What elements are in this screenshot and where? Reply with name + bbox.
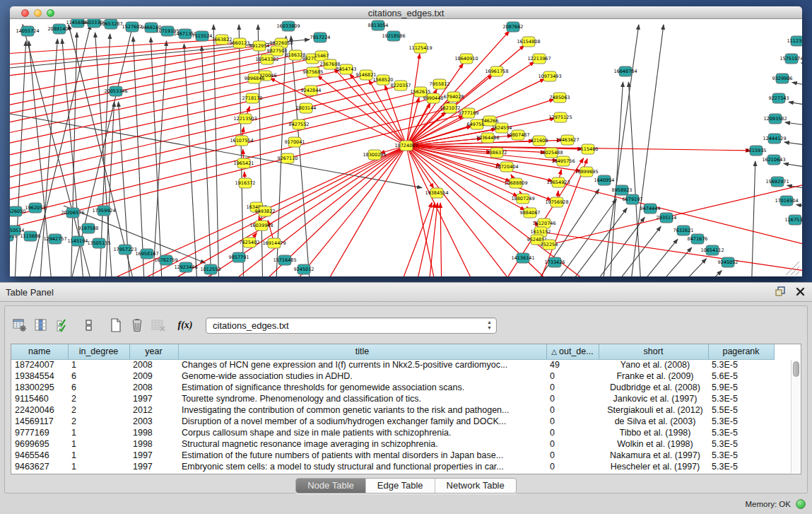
network-edge[interactable] (606, 226, 661, 276)
table-cell[interactable]: Wolkin et al. (1998) (599, 438, 708, 450)
network-node[interactable]: 14055724 (16, 26, 39, 36)
resize-grip-icon[interactable] (796, 271, 799, 275)
network-node[interactable]: 7857224 (310, 33, 331, 42)
table-select-dropdown[interactable]: citations_edges.txt ▲▼ (206, 317, 497, 334)
column-header-name[interactable]: name (11, 344, 68, 359)
table-cell[interactable]: Investigating the contribution of common… (178, 404, 546, 416)
table-cell[interactable]: Stergiakouli et al. (2012) (599, 404, 708, 416)
network-node[interactable]: 1115686 (20, 231, 41, 241)
network-node[interactable]: 9884067 (520, 208, 541, 218)
network-node[interactable]: 12213503 (233, 114, 257, 124)
network-node[interactable]: 10688809 (504, 178, 527, 188)
show-columns-icon[interactable] (32, 316, 50, 334)
tab-node-table[interactable]: Node Table (296, 479, 366, 493)
network-edge[interactable] (541, 232, 802, 272)
table-row[interactable]: 969969511998Structural magnetic resonanc… (11, 438, 774, 450)
network-edge[interactable] (801, 63, 802, 69)
network-node[interactable]: 19463627 (555, 135, 579, 145)
network-node[interactable]: 9474444 (640, 204, 661, 214)
network-node[interactable]: 9990448 (423, 93, 444, 103)
network-edge[interactable] (440, 203, 442, 276)
network-node[interactable]: 16107554 (230, 136, 253, 146)
network-edge[interactable] (669, 259, 706, 276)
network-edge[interactable] (495, 158, 584, 276)
network-node[interactable]: 1527602 (122, 22, 143, 32)
network-node[interactable]: 19218586 (382, 31, 405, 41)
network-node[interactable]: 7386372 (487, 148, 507, 158)
network-node[interactable]: 16154808 (517, 37, 540, 47)
network-node[interactable]: 19756928 (545, 197, 568, 207)
table-row[interactable]: 1830029562008Estimation of significance … (11, 382, 774, 393)
table-cell[interactable]: 9699695 (11, 438, 68, 450)
column-header-out_de[interactable]: △out_de... (546, 344, 599, 359)
table-row[interactable]: 1872400712008Changes of HCN gene express… (11, 359, 774, 370)
table-cell[interactable]: Embryonic stem cells: a model to study s… (178, 461, 546, 472)
table-row[interactable]: 946362711997Embryonic stem cells: a mode… (11, 461, 774, 472)
network-node[interactable]: 12975125 (548, 112, 572, 122)
network-node[interactable]: 12444129 (763, 134, 786, 144)
table-cell[interactable]: 5.3E-5 (708, 450, 774, 461)
table-cell[interactable]: 2008 (129, 382, 178, 393)
network-node[interactable]: 1965421 (234, 158, 254, 168)
delete-rows-icon[interactable] (128, 316, 146, 334)
table-cell[interactable]: 5.3E-5 (708, 461, 774, 472)
network-node[interactable]: 8813054 (368, 21, 389, 30)
table-cell[interactable]: 0 (546, 461, 599, 472)
network-edge[interactable] (789, 102, 802, 108)
tab-network-table[interactable]: Network Table (435, 479, 516, 493)
table-cell[interactable]: 0 (546, 427, 599, 438)
network-node[interactable]: 10653287 (99, 19, 122, 29)
row-height-icon[interactable] (80, 316, 98, 334)
table-cell[interactable]: 49 (546, 359, 599, 370)
network-edge[interactable] (406, 54, 420, 146)
network-node[interactable]: 9493822 (255, 206, 276, 216)
network-edge[interactable] (558, 182, 802, 247)
table-row[interactable]: 1456911722003Disruption of a novel membe… (11, 416, 774, 427)
network-node[interactable]: 20891406 (47, 24, 71, 34)
network-node[interactable]: 9197588 (78, 223, 99, 233)
table-cell[interactable]: Structural magnetic resonance image aver… (178, 438, 546, 450)
table-cell[interactable]: 18300295 (11, 382, 68, 393)
network-node[interactable]: 12213967 (527, 54, 551, 64)
network-node[interactable]: 14136141 (511, 253, 534, 263)
network-node[interactable]: 16210643 (762, 155, 785, 165)
network-node[interactable]: 8215935 (746, 146, 767, 156)
network-edge[interactable] (549, 182, 802, 245)
table-cell[interactable]: 0 (546, 438, 599, 450)
column-header-short[interactable]: short (599, 344, 708, 359)
network-node[interactable]: 10973493 (538, 71, 561, 81)
table-cell[interactable]: de Silva et al. (2003) (599, 416, 708, 427)
network-node[interactable]: 9242844 (301, 86, 322, 95)
table-cell[interactable]: 2 (68, 416, 129, 427)
table-row[interactable]: 977716911998Corpus callosum shape and si… (11, 427, 774, 438)
table-cell[interactable]: 1997 (129, 393, 178, 404)
network-window-titlebar[interactable]: citations_edges.txt (10, 6, 802, 19)
table-cell[interactable]: 0 (546, 393, 599, 404)
table-cell[interactable]: 1997 (129, 461, 178, 472)
table-cell[interactable]: Estimation of significance thresholds fo… (178, 382, 546, 393)
network-node[interactable]: 8454743 (336, 64, 357, 74)
network-node[interactable]: 18640910 (454, 54, 478, 64)
table-cell[interactable]: 1997 (129, 450, 178, 461)
network-node[interactable]: 19654923 (546, 177, 570, 187)
table-cell[interactable]: 9115460 (11, 393, 68, 404)
table-cell[interactable]: Franke et al. (2009) (599, 370, 708, 382)
table-cell[interactable]: 2012 (129, 404, 178, 416)
table-cell[interactable]: 22420046 (11, 404, 68, 416)
select-rows-icon[interactable] (53, 316, 71, 334)
table-row[interactable]: 2242004622012Investigating the contribut… (11, 404, 774, 416)
network-edge[interactable] (648, 247, 692, 276)
network-edge[interactable] (151, 37, 163, 276)
table-cell[interactable]: 0 (546, 404, 599, 416)
network-node[interactable]: 8427552 (289, 119, 310, 129)
network-node[interactable]: 7625402 (240, 238, 260, 247)
table-cell[interactable]: 5.5E-5 (708, 404, 774, 416)
network-node[interactable]: 9227343 (769, 93, 789, 103)
network-node[interactable]: 16961758 (485, 66, 508, 76)
table-cell[interactable]: 9463627 (11, 461, 68, 472)
network-node[interactable]: 10654112 (700, 245, 724, 255)
table-row[interactable]: 946554611997Estimation of the future num… (11, 450, 774, 461)
column-header-pagerank[interactable]: pagerank (708, 344, 774, 359)
table-cell[interactable]: 5.6E-5 (708, 370, 774, 382)
table-cell[interactable]: 2003 (129, 416, 178, 427)
